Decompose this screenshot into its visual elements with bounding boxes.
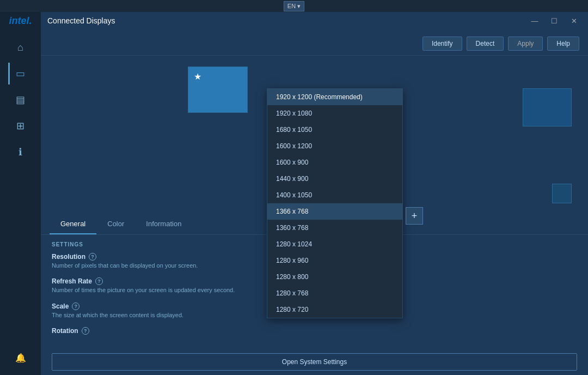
- dropdown-item[interactable]: 1366 x 768: [267, 203, 402, 220]
- refresh-rate-help-icon[interactable]: ?: [95, 277, 103, 285]
- window-title: Connected Displays: [47, 16, 115, 25]
- scale-label: Scale: [52, 303, 69, 310]
- active-indicator: [8, 63, 10, 84]
- title-bar: Connected Displays — ☐ ✕: [41, 10, 588, 32]
- intel-logo: intel.: [9, 15, 32, 27]
- resolution-help-icon[interactable]: ?: [89, 253, 96, 261]
- sidebar-item-display[interactable]: ▭: [8, 63, 33, 84]
- scale-help-icon[interactable]: ?: [72, 303, 79, 310]
- minimize-button[interactable]: —: [527, 13, 542, 28]
- dropdown-item[interactable]: 1920 x 1200 (Recommended): [267, 89, 402, 105]
- tab-information[interactable]: Information: [135, 214, 192, 234]
- tab-color[interactable]: Color: [96, 214, 135, 234]
- language-bar: EN ▾: [0, 0, 588, 12]
- info-icon: ℹ: [19, 146, 22, 158]
- dropdown-item[interactable]: 1280 x 768: [267, 285, 402, 301]
- sidebar-item-notifications[interactable]: 🔔: [8, 347, 33, 368]
- dropdown-item[interactable]: 1440 x 900: [267, 171, 402, 187]
- sidebar-item-apps[interactable]: ⊞: [8, 115, 33, 137]
- resolution-label: Resolution: [52, 253, 85, 261]
- sidebar-item-info[interactable]: ℹ: [8, 141, 33, 163]
- apps-icon: ⊞: [16, 120, 24, 132]
- small-monitor: [552, 184, 572, 203]
- sidebar-item-home[interactable]: ⌂: [8, 37, 33, 58]
- dropdown-item[interactable]: 1600 x 900: [267, 154, 402, 171]
- media-icon: ▤: [16, 94, 25, 106]
- identify-button[interactable]: Identify: [422, 37, 462, 51]
- rotation-title-row: Rotation ?: [52, 327, 577, 335]
- display-icon: ▭: [16, 68, 25, 80]
- toolbar: Identify Detect Apply Help: [41, 32, 588, 56]
- apply-button[interactable]: Apply: [508, 37, 543, 51]
- lang-arrow: ▾: [297, 3, 301, 10]
- title-controls: — ☐ ✕: [527, 13, 581, 28]
- tab-general[interactable]: General: [50, 214, 96, 234]
- add-display-button[interactable]: +: [406, 207, 423, 225]
- dropdown-item[interactable]: 1400 x 1050: [267, 187, 402, 203]
- rotation-help-icon[interactable]: ?: [82, 327, 89, 335]
- dropdown-item[interactable]: 1280 x 800: [267, 269, 402, 285]
- primary-monitor[interactable]: ★: [188, 66, 248, 113]
- rotation-label: Rotation: [52, 327, 78, 335]
- language-label: EN: [287, 3, 296, 9]
- dropdown-item[interactable]: 1280 x 1024: [267, 236, 402, 252]
- open-system-settings-button[interactable]: Open System Settings: [52, 353, 577, 371]
- dropdown-item[interactable]: 1680 x 1050: [267, 122, 402, 138]
- dropdown-item[interactable]: 1280 x 720: [267, 301, 402, 318]
- dropdown-item[interactable]: 1920 x 1080: [267, 105, 402, 122]
- home-icon: ⌂: [17, 42, 23, 53]
- help-button[interactable]: Help: [547, 37, 579, 51]
- sidebar-item-media[interactable]: ▤: [8, 89, 33, 111]
- detect-button[interactable]: Detect: [467, 37, 504, 51]
- title-bar-left: Connected Displays: [47, 16, 115, 25]
- primary-star: ★: [194, 71, 201, 82]
- resolution-dropdown[interactable]: 1920 x 1200 (Recommended)1920 x 10801680…: [267, 88, 403, 318]
- language-selector[interactable]: EN ▾: [284, 1, 304, 11]
- maximize-button[interactable]: ☐: [547, 13, 562, 28]
- dropdown-item[interactable]: 1280 x 960: [267, 252, 402, 269]
- close-button[interactable]: ✕: [566, 13, 581, 28]
- refresh-rate-label: Refresh Rate: [52, 277, 92, 285]
- rotation-row: Rotation ?: [52, 327, 577, 335]
- secondary-monitor[interactable]: [523, 88, 572, 126]
- sidebar: intel. ⌂ ▭ ▤ ⊞ ℹ ⚙ 🔔: [0, 10, 41, 375]
- bell-icon: 🔔: [15, 353, 26, 363]
- dropdown-item[interactable]: 1360 x 768: [267, 220, 402, 236]
- dropdown-item[interactable]: 1600 x 1200: [267, 138, 402, 154]
